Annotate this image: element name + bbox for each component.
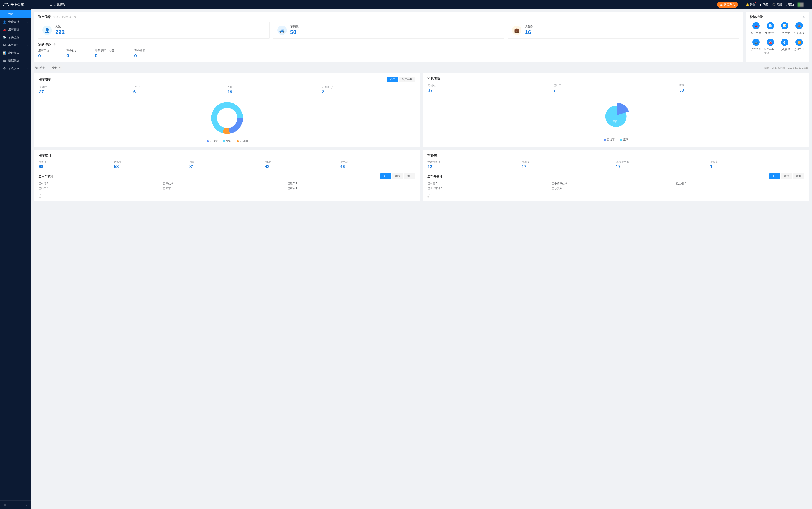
legend-item-1[interactable]: 空闲 <box>620 138 628 141</box>
chart-y-ticks: 10 8 <box>428 193 804 198</box>
tab-0[interactable]: 公车 <box>387 77 398 82</box>
shortcut-3[interactable]: 📤车务上报 <box>793 22 805 35</box>
nav-label: 系统设置 <box>8 66 19 70</box>
nav-icon: ⌂ <box>3 13 6 16</box>
sidebar-item-1[interactable]: 👤申请审批⌄ <box>0 18 31 26</box>
legend-item-0[interactable]: 已出车 <box>603 138 615 141</box>
stat-3[interactable]: 不可用 i2 <box>322 86 416 94</box>
stat-1[interactable]: 已出车6 <box>133 86 227 94</box>
sidebar-item-0[interactable]: ⌂首页 <box>0 10 31 18</box>
help-link[interactable]: ? 帮助 <box>786 3 794 7</box>
tab-1[interactable]: 本周 <box>392 173 403 179</box>
cloud-icon <box>3 3 9 6</box>
todo-item-0[interactable]: 用车待办0 <box>38 49 49 59</box>
tab-2[interactable]: 本月 <box>793 173 804 179</box>
num-1[interactable]: 待上报17 <box>522 160 616 169</box>
asset-card-2: 💼设备数16 <box>508 22 739 39</box>
num-label: 待上报 <box>522 160 616 164</box>
stat-value: 37 <box>428 88 553 93</box>
num-2[interactable]: 上报待审批17 <box>616 160 710 169</box>
stat-1[interactable]: 已出车7 <box>553 84 679 93</box>
nav-icon: 👤 <box>3 21 6 23</box>
buy-product-button[interactable]: ◉ 购买产品 <box>717 2 738 8</box>
asset-icon: 🚙 <box>277 26 287 35</box>
tab-2[interactable]: 本月 <box>404 173 415 179</box>
stat-0[interactable]: 车辆数27 <box>39 86 133 94</box>
stat-2[interactable]: 空闲30 <box>679 84 804 93</box>
shortcut-7[interactable]: 🔀分组管理 <box>793 39 805 55</box>
shortcut-5[interactable]: 🚘私车公用管理 <box>764 39 776 55</box>
num-label: 待回车 <box>265 160 340 164</box>
service-link[interactable]: 🎧 客服 <box>772 3 782 7</box>
shortcut-6[interactable]: 🕹司机管理 <box>779 39 791 55</box>
tab-0[interactable]: 今日 <box>380 173 392 179</box>
num-4[interactable]: 待审核46 <box>340 160 415 169</box>
shortcuts-title: 快捷功能 <box>750 15 763 19</box>
usage-stats-panel: 用车统计 待审批68待派车58待出车81待回车42待审核46 总用车统计 今日本… <box>34 150 420 202</box>
nav: ⌂首页👤申请审批⌄🚗用车管理⌄📡车辆监管⌄☑车务管理⌄📊统计报表⌄▦基础数据⌄⚙… <box>0 9 31 501</box>
sidebar-item-2[interactable]: 🚗用车管理⌄ <box>0 26 31 33</box>
shortcut-label: 公车申请 <box>751 31 761 35</box>
info-icon[interactable]: i <box>53 43 56 46</box>
expand-icon[interactable]: ≡ <box>26 503 28 506</box>
nav-icon: 📊 <box>3 51 6 54</box>
service-period-tabs: 今日本周本月 <box>769 173 804 179</box>
shortcut-icon: 📝 <box>781 22 788 29</box>
num-0[interactable]: 申请待审批12 <box>428 160 522 169</box>
shortcut-4[interactable]: 🚙公车管理 <box>750 39 762 55</box>
legend-item-1[interactable]: 空闲 <box>223 139 231 143</box>
todo-item-3[interactable]: 车务提醒0 <box>134 49 145 59</box>
num-3[interactable]: 待回车42 <box>265 160 340 169</box>
tab-1[interactable]: 本周 <box>781 173 792 179</box>
avatar[interactable] <box>798 3 804 7</box>
big-screen-link[interactable]: ▭ 大屏展示 <box>50 3 65 7</box>
sidebar-item-3[interactable]: 📡车辆监管⌄ <box>0 33 31 41</box>
legend-label: 已出车 <box>210 139 218 143</box>
stat-value: 6 <box>134 90 227 94</box>
asset-value: 16 <box>525 29 533 36</box>
todo-value: 0 <box>134 53 145 59</box>
tab-0[interactable]: 今日 <box>769 173 780 179</box>
stat-label: 车辆数 <box>39 86 133 89</box>
legend-dot <box>223 140 225 142</box>
shortcut-1[interactable]: 📄申请还车 <box>764 22 776 35</box>
legend-item-0[interactable]: 已出车 <box>207 139 218 143</box>
vehicle-donut-chart <box>39 97 415 139</box>
download-link[interactable]: ⬇ 下载 <box>760 3 768 7</box>
info-icon[interactable]: i <box>331 86 333 89</box>
collapse-icon[interactable]: ☰ <box>3 503 6 506</box>
num-2[interactable]: 待出车81 <box>189 160 265 169</box>
legend-item-2[interactable]: 不可用 <box>236 139 248 143</box>
group-select[interactable]: 全部 <box>50 65 63 71</box>
asset-label: 人数 <box>56 25 65 29</box>
stat-2[interactable]: 空闲19 <box>227 86 322 94</box>
stat-label: 不可用 i <box>322 86 416 89</box>
coin-icon: ◉ <box>720 3 723 6</box>
tab-1[interactable]: 私车公用 <box>399 77 415 82</box>
num-0[interactable]: 待审批68 <box>39 160 114 169</box>
sidebar-item-4[interactable]: ☑车务管理⌄ <box>0 41 31 49</box>
asset-card-1: 🚙车辆数50 <box>273 22 505 39</box>
sidebar-item-6[interactable]: ▦基础数据⌄ <box>0 57 31 64</box>
gear-icon[interactable]: ⚙ <box>803 15 805 19</box>
stat-0[interactable]: 司机数37 <box>428 84 553 93</box>
num-3[interactable]: 待核实1 <box>710 160 804 169</box>
chevron-down-icon: ⌄ <box>26 52 28 54</box>
sidebar-item-7[interactable]: ⚙系统设置⌄ <box>0 64 31 72</box>
num-value: 17 <box>522 164 616 169</box>
todo-item-2[interactable]: 安防提醒（今日）0 <box>95 49 117 59</box>
nav-icon: ⚙ <box>3 67 6 70</box>
todo-item-1[interactable]: 车务待办0 <box>67 49 78 59</box>
num-1[interactable]: 待派车58 <box>114 160 189 169</box>
svg-text:已出车: 已出车 <box>621 110 628 113</box>
shortcut-2[interactable]: 📝车务申请 <box>779 22 791 35</box>
filter-row: 当前分组： 全部 最近一次数据更新： 2023-11-17 10:16 <box>34 62 809 73</box>
asset-icon: 👤 <box>42 26 52 35</box>
caret-down-icon[interactable]: ▾ <box>808 4 809 6</box>
sidebar-item-5[interactable]: 📊统计报表⌄ <box>0 49 31 57</box>
notification-link[interactable]: 🔔 通知 <box>746 3 755 7</box>
shortcut-0[interactable]: 🚗公车申请 <box>750 22 762 35</box>
num-value: 58 <box>114 164 189 169</box>
mini-stat-4: 已回车 1 <box>163 187 287 190</box>
shortcut-icon: 🚗 <box>752 22 760 29</box>
